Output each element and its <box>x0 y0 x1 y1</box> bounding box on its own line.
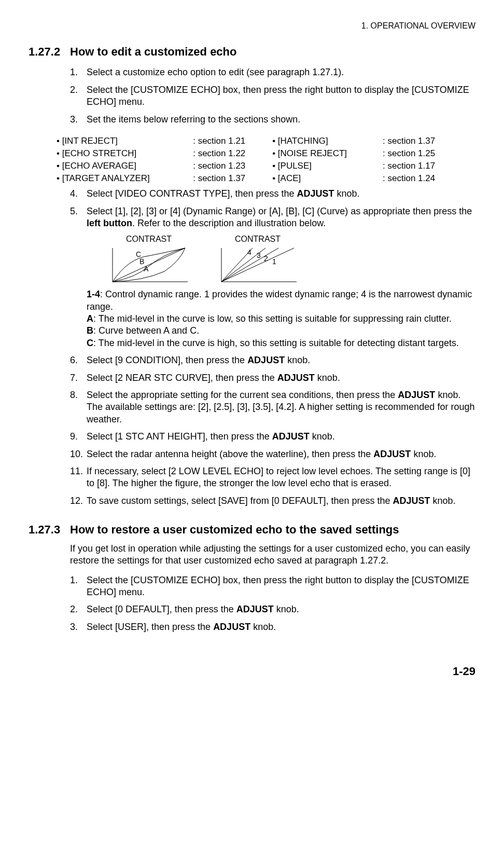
ref-item: • [ECHO STRETCH] <box>54 147 191 160</box>
page-number: 1-29 <box>29 664 475 679</box>
step-text: To save custom settings, select [SAVE] f… <box>87 495 475 507</box>
step-text: Select [USER], then press the ADJUST kno… <box>87 621 475 633</box>
reference-table: • [INT REJECT] : section 1.21 • [HATCHIN… <box>54 135 460 185</box>
step-2: 2.Select the [CUSTOMIZE ECHO] box, then … <box>70 84 475 108</box>
ref-item: • [INT REJECT] <box>54 135 191 147</box>
steps-list: 1.Select a customize echo option to edit… <box>70 66 475 126</box>
ref-item: • [NOISE REJECT] <box>270 147 381 160</box>
table-row: • [ECHO STRETCH] : section 1.22 • [NOISE… <box>54 147 460 160</box>
svg-text:3: 3 <box>257 251 261 259</box>
step-3: 3.Set the items below referring to the s… <box>70 114 475 126</box>
step-5: 5. Select [1], [2], [3] or [4] (Dynamic … <box>70 205 475 350</box>
svg-text:1: 1 <box>272 257 276 266</box>
step-text: Select [9 CONDITION], then press the ADJ… <box>87 354 475 366</box>
page-header: 1. OPERATIONAL OVERVIEW <box>29 21 475 32</box>
table-row: • [INT REJECT] : section 1.21 • [HATCHIN… <box>54 135 460 147</box>
step-text: Select the appropriate setting for the c… <box>87 389 475 426</box>
step-10: 10. Select the radar antenna height (abo… <box>70 448 475 460</box>
step-text: Select the [CUSTOMIZE ECHO] box, then pr… <box>87 574 475 599</box>
ref-item: • [TARGET ANALYZER] <box>54 172 191 185</box>
ref-item: • [ACE] <box>270 172 381 185</box>
step-2: 2. Select [0 DEFAULT], then press the AD… <box>70 603 475 615</box>
section-1273: 1.27.3 How to restore a user customized … <box>29 523 475 538</box>
step-text: Select [VIDEO CONTRAST TYPE], then press… <box>87 188 475 200</box>
ref-section: : section 1.23 <box>191 160 270 172</box>
ref-section: : section 1.24 <box>381 172 460 185</box>
diagram-label: CONTRAST <box>126 234 172 245</box>
step-9: 9. Select [1 STC ANT HEIGHT], then press… <box>70 431 475 443</box>
step-6: 6. Select [9 CONDITION], then press the … <box>70 354 475 366</box>
ref-section: : section 1.25 <box>381 147 460 160</box>
ref-section: : section 1.22 <box>191 147 270 160</box>
step-text: Select [2 NEAR STC CURVE], then press th… <box>87 372 475 384</box>
step-text: Select [1], [2], [3] or [4] (Dynamic Ran… <box>87 205 475 350</box>
step-1: 1.Select a customize echo option to edit… <box>70 66 475 78</box>
ref-section: : section 1.37 <box>191 172 270 185</box>
steps-list: 4. Select [VIDEO CONTRAST TYPE], then pr… <box>70 188 475 507</box>
ref-section: : section 1.37 <box>381 135 460 147</box>
step-7: 7. Select [2 NEAR STC CURVE], then press… <box>70 372 475 384</box>
section-1272-content: 1.Select a customize echo option to edit… <box>70 66 475 507</box>
range-description: 1-4: Control dynamic range. 1 provides t… <box>87 289 475 349</box>
range-1234-icon: 4 3 2 1 <box>216 245 299 284</box>
step-text: Select a customize echo option to edit (… <box>87 66 475 78</box>
step-12: 12. To save custom settings, select [SAV… <box>70 495 475 507</box>
step-text: Select [0 DEFAULT], then press the ADJUS… <box>87 603 475 615</box>
section-number: 1.27.3 <box>29 523 70 538</box>
ref-section: : section 1.21 <box>191 135 270 147</box>
contrast-diagrams: CONTRAST C B A <box>107 234 475 285</box>
step-text: Set the items below referring to the sec… <box>87 114 475 126</box>
table-row: • [ECHO AVERAGE] : section 1.23 • [PULSE… <box>54 160 460 172</box>
section-title: How to edit a customized echo <box>70 45 236 60</box>
svg-text:2: 2 <box>264 254 268 263</box>
step-8: 8. Select the appropriate setting for th… <box>70 389 475 426</box>
contrast-curve-diagram: CONTRAST C B A <box>107 234 190 285</box>
section-1272: 1.27.2 How to edit a customized echo <box>29 45 475 60</box>
step-text: Select the radar antenna height (above t… <box>87 448 475 460</box>
ref-item: • [HATCHING] <box>270 135 381 147</box>
step-1: 1.Select the [CUSTOMIZE ECHO] box, then … <box>70 574 475 599</box>
ref-item: • [PULSE] <box>270 160 381 172</box>
svg-text:A: A <box>144 265 149 273</box>
table-row: • [TARGET ANALYZER] : section 1.37 • [AC… <box>54 172 460 185</box>
curve-abc-icon: C B A <box>107 245 190 284</box>
steps-list: 1.Select the [CUSTOMIZE ECHO] box, then … <box>70 574 475 634</box>
ref-item: • [ECHO AVERAGE] <box>54 160 191 172</box>
intro-paragraph: If you get lost in operation while adjus… <box>70 543 475 567</box>
step-3: 3. Select [USER], then press the ADJUST … <box>70 621 475 633</box>
section-1273-content: If you get lost in operation while adjus… <box>70 543 475 633</box>
step-11: 11. If necessary, select [2 LOW LEVEL EC… <box>70 465 475 490</box>
step-text: Select the [CUSTOMIZE ECHO] box, then pr… <box>87 84 475 108</box>
step-text: Select [1 STC ANT HEIGHT], then press th… <box>87 431 475 443</box>
diagram-label: CONTRAST <box>235 234 281 245</box>
svg-text:4: 4 <box>247 248 251 256</box>
contrast-range-diagram: CONTRAST 4 3 2 1 <box>216 234 299 285</box>
ref-section: : section 1.17 <box>381 160 460 172</box>
section-number: 1.27.2 <box>29 45 70 60</box>
section-title: How to restore a user customized echo to… <box>70 523 399 538</box>
step-4: 4. Select [VIDEO CONTRAST TYPE], then pr… <box>70 188 475 200</box>
step-text: If necessary, select [2 LOW LEVEL ECHO] … <box>87 465 475 490</box>
